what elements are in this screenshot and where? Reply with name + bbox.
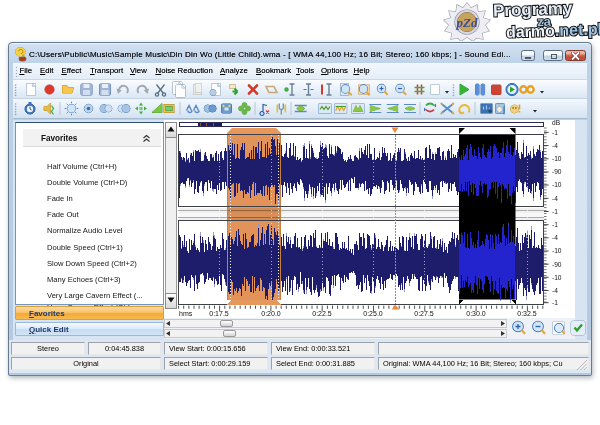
svg-text:-10: -10 <box>552 247 562 254</box>
svg-text:-4: -4 <box>552 142 558 149</box>
svg-text:0:25.0: 0:25.0 <box>363 310 383 317</box>
svg-text:-10: -10 <box>552 274 562 281</box>
svg-text:-4: -4 <box>552 234 558 241</box>
svg-text:-4: -4 <box>552 195 558 202</box>
svg-text:-10: -10 <box>552 155 562 162</box>
svg-text:-1: -1 <box>552 221 558 228</box>
svg-text:0:17.5: 0:17.5 <box>209 310 229 317</box>
svg-text:-4: -4 <box>552 287 558 294</box>
svg-text:-1: -1 <box>552 129 558 136</box>
svg-text:-90: -90 <box>552 261 562 268</box>
svg-text:0:32.5: 0:32.5 <box>517 310 537 317</box>
svg-text:0:22.5: 0:22.5 <box>312 310 332 317</box>
svg-text:0:27.5: 0:27.5 <box>414 310 434 317</box>
svg-text:0:30.0: 0:30.0 <box>466 310 486 317</box>
svg-text:-1: -1 <box>552 299 558 306</box>
svg-text:pZd: pZd <box>456 15 478 30</box>
svg-text:-10: -10 <box>552 181 562 188</box>
svg-text:dB: dB <box>552 119 561 126</box>
svg-text:hms: hms <box>179 310 193 317</box>
svg-text:-90: -90 <box>552 168 562 175</box>
svg-text:0:20.0: 0:20.0 <box>261 310 281 317</box>
svg-text:-1: -1 <box>552 208 558 215</box>
